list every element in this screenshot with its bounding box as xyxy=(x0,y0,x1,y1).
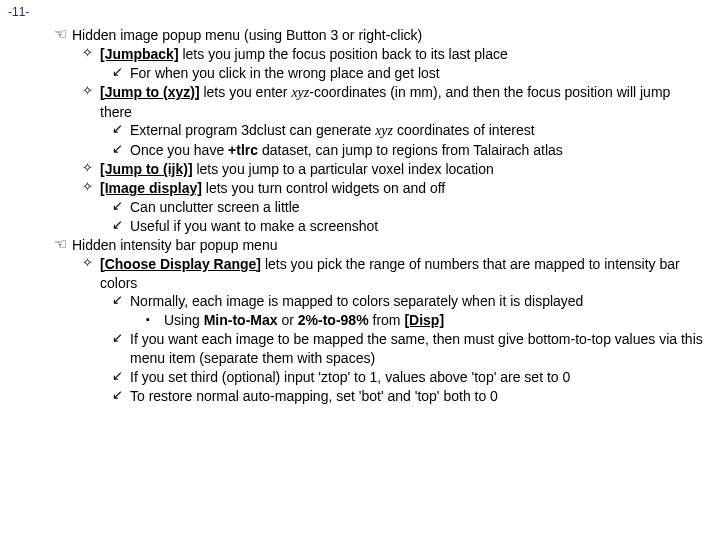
list-item: ✧ [Image display] lets you turn control … xyxy=(82,179,706,198)
item-text: If you set third (optional) input 'ztop'… xyxy=(130,368,706,387)
diamond-icon: ✧ xyxy=(82,45,100,64)
pointing-hand-icon: ☜ xyxy=(54,26,72,45)
list-item: ☜ Hidden image popup menu (using Button … xyxy=(54,26,706,45)
arrow-sw-icon: ↙ xyxy=(112,330,130,368)
arrow-sw-icon: ↙ xyxy=(112,121,130,141)
list-item: ↙ If you want each image to be mapped th… xyxy=(112,330,706,368)
arrow-sw-icon: ↙ xyxy=(112,292,130,311)
list-item: ↙ To restore normal auto-mapping, set 'b… xyxy=(112,387,706,406)
diamond-icon: ✧ xyxy=(82,83,100,122)
diamond-icon: ✧ xyxy=(82,160,100,179)
item-text: Using Min-to-Max or 2%-to-98% from [Disp… xyxy=(164,311,706,330)
square-bullet-icon: ▪ xyxy=(146,311,164,330)
menu-link: [Image display] xyxy=(100,180,202,196)
item-text: [Image display] lets you turn control wi… xyxy=(100,179,706,198)
list-item: ↙ If you set third (optional) input 'zto… xyxy=(112,368,706,387)
diamond-icon: ✧ xyxy=(82,179,100,198)
list-item: ↙ Useful if you want to make a screensho… xyxy=(112,217,706,236)
arrow-sw-icon: ↙ xyxy=(112,198,130,217)
list-item: ↙ Normally, each image is mapped to colo… xyxy=(112,292,706,311)
item-text: External program 3dclust can generate xy… xyxy=(130,121,706,141)
item-text: [Jump to (xyz)] lets you enter xyz-coord… xyxy=(100,83,706,122)
item-text: Useful if you want to make a screenshot xyxy=(130,217,706,236)
item-text: [Jumpback] lets you jump the focus posit… xyxy=(100,45,706,64)
section-title: Hidden intensity bar popup menu xyxy=(72,236,706,255)
list-item: ✧ [Jump to (xyz)] lets you enter xyz-coo… xyxy=(82,83,706,122)
list-item: ↙ Can unclutter screen a little xyxy=(112,198,706,217)
item-text: Normally, each image is mapped to colors… xyxy=(130,292,706,311)
item-text: [Choose Display Range] lets you pick the… xyxy=(100,255,706,293)
list-item: ✧ [Jumpback] lets you jump the focus pos… xyxy=(82,45,706,64)
page-number: -11- xyxy=(8,4,29,20)
list-item: ↙ Once you have +tlrc dataset, can jump … xyxy=(112,141,706,160)
list-item: ☜ Hidden intensity bar popup menu xyxy=(54,236,706,255)
item-text: If you want each image to be mapped the … xyxy=(130,330,706,368)
item-text: To restore normal auto-mapping, set 'bot… xyxy=(130,387,706,406)
menu-link: [Disp] xyxy=(404,312,444,328)
arrow-sw-icon: ↙ xyxy=(112,217,130,236)
arrow-sw-icon: ↙ xyxy=(112,368,130,387)
diamond-icon: ✧ xyxy=(82,255,100,293)
slide-content: ☜ Hidden image popup menu (using Button … xyxy=(54,26,706,406)
list-item: ✧ [Jump to (ijk)] lets you jump to a par… xyxy=(82,160,706,179)
list-item: ✧ [Choose Display Range] lets you pick t… xyxy=(82,255,706,293)
menu-link: [Jump to (ijk)] xyxy=(100,161,193,177)
menu-link: [Jumpback] xyxy=(100,46,179,62)
arrow-sw-icon: ↙ xyxy=(112,387,130,406)
list-item: ↙ For when you click in the wrong place … xyxy=(112,64,706,83)
menu-link: [Jump to (xyz)] xyxy=(100,84,200,100)
list-item: ↙ External program 3dclust can generate … xyxy=(112,121,706,141)
item-text: For when you click in the wrong place an… xyxy=(130,64,706,83)
section-title: Hidden image popup menu (using Button 3 … xyxy=(72,26,706,45)
item-text: Can unclutter screen a little xyxy=(130,198,706,217)
arrow-sw-icon: ↙ xyxy=(112,64,130,83)
list-item: ▪ Using Min-to-Max or 2%-to-98% from [Di… xyxy=(146,311,706,330)
item-text: Once you have +tlrc dataset, can jump to… xyxy=(130,141,706,160)
pointing-hand-icon: ☜ xyxy=(54,236,72,255)
item-text: [Jump to (ijk)] lets you jump to a parti… xyxy=(100,160,706,179)
menu-link: [Choose Display Range] xyxy=(100,256,261,272)
arrow-sw-icon: ↙ xyxy=(112,141,130,160)
